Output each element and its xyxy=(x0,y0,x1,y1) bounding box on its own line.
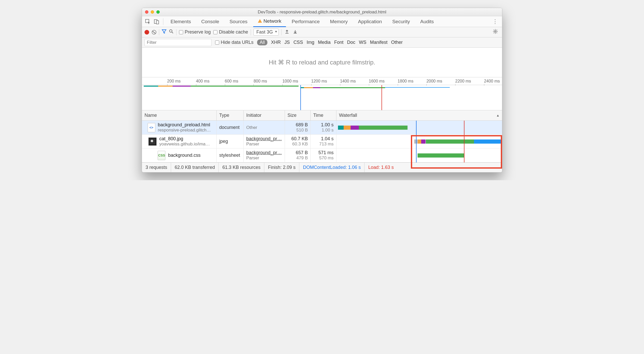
preserve-log-checkbox[interactable]: Preserve log xyxy=(179,29,211,35)
status-bar: 3 requests 62.0 KB transferred 61.3 KB r… xyxy=(142,162,502,172)
request-size-sub: 60.3 KB xyxy=(287,142,308,147)
request-time-sub: 570 ms xyxy=(313,155,334,161)
filter-type-font[interactable]: Font xyxy=(334,40,343,45)
separator xyxy=(159,29,159,35)
tick: 1200 ms xyxy=(311,79,327,84)
request-initiator[interactable]: background_pr… xyxy=(246,136,282,142)
timeline-overview[interactable]: 200 ms 400 ms 600 ms 800 ms 1000 ms 1200… xyxy=(142,77,502,110)
request-table: <> background_preload.html responsive-pr… xyxy=(142,121,502,162)
request-name: background.css xyxy=(168,153,200,158)
filmstrip-hint: Hit ⌘ R to reload and capture filmstrip. xyxy=(142,48,502,77)
tab-network-label: Network xyxy=(264,16,282,27)
request-initiator: Other xyxy=(246,125,282,130)
filter-type-img[interactable]: Img xyxy=(307,40,314,45)
request-domain: yoavweiss.github.io/ima… xyxy=(159,142,210,147)
load-line xyxy=(464,121,464,162)
separator xyxy=(281,29,282,35)
network-filterbar: Hide data URLs All XHR JS CSS Img Media … xyxy=(142,37,502,48)
throttling-select[interactable]: Fast 3G xyxy=(253,29,279,36)
image-thumbnail-icon xyxy=(148,137,157,146)
filter-type-media[interactable]: Media xyxy=(318,40,331,45)
disable-cache-checkbox[interactable]: Disable cache xyxy=(213,29,248,35)
record-button[interactable] xyxy=(145,30,149,35)
status-resources: 61.3 KB resources xyxy=(219,163,264,172)
filter-type-all[interactable]: All xyxy=(257,39,267,45)
warning-icon xyxy=(258,19,262,23)
filter-type-css[interactable]: CSS xyxy=(293,40,303,45)
search-icon[interactable] xyxy=(169,29,174,35)
col-initiator[interactable]: Initiator xyxy=(244,110,285,120)
filter-type-xhr[interactable]: XHR xyxy=(271,40,281,45)
tab-sources[interactable]: Sources xyxy=(225,16,252,27)
svg-line-4 xyxy=(172,32,173,33)
filter-type-manifest[interactable]: Manifest xyxy=(370,40,387,45)
window-titlebar: DevTools - responsive-preload.glitch.me/… xyxy=(142,8,502,16)
hide-data-urls-checkbox[interactable]: Hide data URLs xyxy=(215,40,253,45)
request-time: 1.00 s xyxy=(313,122,334,128)
tab-elements[interactable]: Elements xyxy=(166,16,196,27)
tick: 1000 ms xyxy=(282,79,298,84)
inspect-element-icon[interactable] xyxy=(144,18,152,26)
tab-memory[interactable]: Memory xyxy=(325,16,352,27)
table-row[interactable]: CSS background.css stylesheet background… xyxy=(142,149,502,162)
separator xyxy=(251,29,251,35)
tab-security[interactable]: Security xyxy=(388,16,415,27)
col-waterfall[interactable]: Waterfall ▲ xyxy=(336,110,502,120)
waterfall-bar xyxy=(336,135,502,148)
tab-application[interactable]: Application xyxy=(353,16,387,27)
request-type: jpeg xyxy=(219,139,241,144)
disable-cache-input[interactable] xyxy=(213,30,217,34)
devtools-window: DevTools - responsive-preload.glitch.me/… xyxy=(142,8,502,172)
col-name[interactable]: Name xyxy=(142,110,217,120)
svg-rect-2 xyxy=(156,21,159,24)
table-row[interactable]: <> background_preload.html responsive-pr… xyxy=(142,121,502,135)
request-time: 571 ms xyxy=(313,150,334,155)
window-title: DevTools - responsive-preload.glitch.me/… xyxy=(142,10,502,15)
devtools-panel-tabs: Elements Console Sources Network Perform… xyxy=(142,16,502,27)
status-dcl: DOMContentLoaded: 1.06 s xyxy=(299,163,365,172)
tab-network[interactable]: Network xyxy=(253,16,286,27)
waterfall-bar xyxy=(336,149,502,162)
dcl-marker xyxy=(300,85,301,110)
status-load: Load: 1.63 s xyxy=(365,163,397,172)
download-har-icon[interactable] xyxy=(292,29,298,35)
request-name: background_preload.html xyxy=(158,122,211,128)
preserve-log-input[interactable] xyxy=(179,30,183,34)
table-header: Name Type Initiator Size Time Waterfall … xyxy=(142,110,502,121)
device-toolbar-icon[interactable] xyxy=(153,18,160,26)
preserve-log-label: Preserve log xyxy=(185,29,211,35)
tick: 2400 ms xyxy=(484,79,500,84)
clear-button[interactable] xyxy=(152,30,156,35)
settings-icon[interactable] xyxy=(493,29,499,35)
col-time[interactable]: Time xyxy=(311,110,336,120)
svg-point-3 xyxy=(170,30,172,32)
filter-type-doc[interactable]: Doc xyxy=(347,40,355,45)
dcl-line xyxy=(416,121,417,162)
request-size: 689 B xyxy=(287,122,308,128)
separator xyxy=(176,29,176,35)
tick: 2000 ms xyxy=(426,79,442,84)
tab-console[interactable]: Console xyxy=(197,16,224,27)
tab-performance[interactable]: Performance xyxy=(287,16,324,27)
overview-bars xyxy=(142,85,502,88)
filter-input[interactable] xyxy=(145,39,211,46)
separator xyxy=(163,18,163,25)
svg-point-7 xyxy=(495,31,496,32)
filter-type-other[interactable]: Other xyxy=(391,40,403,45)
tick: 1600 ms xyxy=(369,79,385,84)
table-row[interactable]: cat_800.jpg yoavweiss.github.io/ima… jpe… xyxy=(142,135,502,149)
tab-audits[interactable]: Audits xyxy=(416,16,438,27)
request-size-sub: 510 B xyxy=(287,128,308,133)
col-size[interactable]: Size xyxy=(285,110,311,120)
col-type[interactable]: Type xyxy=(217,110,244,120)
filter-type-js[interactable]: JS xyxy=(284,40,290,45)
request-initiator[interactable]: background_pr… xyxy=(246,150,282,155)
filter-type-ws[interactable]: WS xyxy=(359,40,366,45)
filter-icon[interactable] xyxy=(162,29,166,35)
more-menu-icon[interactable]: ⋮ xyxy=(490,18,500,25)
css-file-icon: CSS xyxy=(158,151,165,160)
request-type: document xyxy=(219,125,241,130)
upload-har-icon[interactable] xyxy=(284,29,290,35)
request-domain: responsive-preload.glitch… xyxy=(158,128,211,133)
hide-data-urls-input[interactable] xyxy=(215,40,219,45)
